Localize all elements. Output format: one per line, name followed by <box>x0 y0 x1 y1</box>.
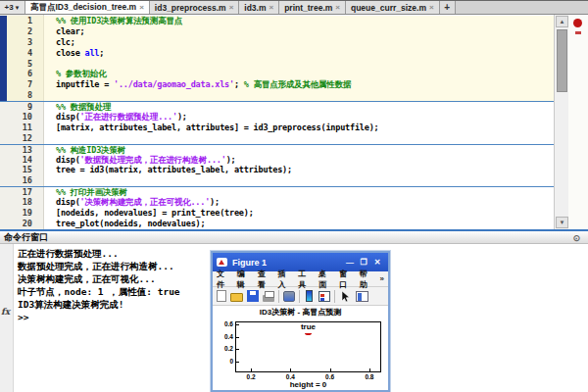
code-segment: tree = id3(matrix, attributes_label, att… <box>56 165 292 174</box>
code-segment: ; <box>234 79 244 89</box>
figure-toolbar <box>213 287 388 306</box>
tab-close-icon[interactable]: × <box>139 3 144 12</box>
line-number: 4 <box>0 48 44 59</box>
y-tick-label: 0.6 <box>213 320 233 327</box>
menu-item-2[interactable]: 编辑 <box>237 269 253 290</box>
editor-line: 2clear; <box>0 26 554 37</box>
close-button[interactable]: ✕ <box>370 258 384 267</box>
colorbar-icon[interactable] <box>306 290 313 302</box>
menu-item-1[interactable]: 文件 <box>217 269 232 290</box>
editor-tab[interactable]: id3_preprocess.m× <box>150 1 239 14</box>
code-segment: disp( <box>56 112 80 122</box>
editor-tab[interactable]: print_tree.m× <box>279 1 346 14</box>
tab-close-icon[interactable]: × <box>335 3 340 12</box>
command-window-title: 命令行窗口 <box>0 231 48 244</box>
fx-icon: fx <box>1 307 10 317</box>
scroll-up-icon[interactable]: ▲ <box>556 16 568 27</box>
new-script-icon[interactable] <box>217 290 226 302</box>
console-line: 数据预处理完成，正在进行构造树... <box>18 260 180 272</box>
figure-app-icon <box>217 258 227 267</box>
editor-tab[interactable]: 高冒点ID3_decision_tree.m× <box>25 1 150 14</box>
editor-tab[interactable]: queue_curr_size.m× <box>346 1 440 14</box>
editor-line: 5 <box>0 59 554 70</box>
menu-item-3[interactable]: 查看 <box>258 269 273 290</box>
command-prompt[interactable]: >> <box>18 311 180 323</box>
x-tick-mark <box>251 368 252 371</box>
menu-item-6[interactable]: 桌面 <box>318 269 334 290</box>
code-segment: close <box>56 48 85 58</box>
chevron-down-icon: ▼ <box>15 5 21 11</box>
console-line: 叶子节点，node: 1 ，属性值: true <box>18 285 180 298</box>
x-axis-label: height = 0 <box>235 380 381 389</box>
new-tab-button[interactable]: + <box>440 1 456 14</box>
command-window-output: 正在进行数据预处理...数据预处理完成，正在进行构造树...决策树构建完成，正在… <box>18 247 180 323</box>
scrollbar-thumb[interactable] <box>557 29 567 92</box>
pan-icon[interactable] <box>283 291 295 302</box>
tab-close-icon[interactable]: × <box>229 3 234 12</box>
code-segment: all <box>85 48 100 58</box>
edit-plot-icon[interactable] <box>339 290 352 303</box>
tab-overflow-button[interactable]: +3 ▼ <box>0 1 25 14</box>
line-number: 9 <box>0 102 44 112</box>
code-segment: '数据预处理完成，正在进行构造树...' <box>80 155 226 165</box>
console-line: 决策树构建完成，正在可视化... <box>18 272 180 285</box>
editor-line: 18disp('决策树构建完成，正在可视化...'); <box>0 197 554 208</box>
print-icon[interactable] <box>263 295 274 302</box>
line-number: 20 <box>0 219 44 229</box>
save-icon[interactable] <box>247 290 259 302</box>
analyzer-error-icon[interactable] <box>573 19 582 27</box>
tab-close-icon[interactable]: × <box>270 3 274 12</box>
code-text: %% 使用ID3决策树算法预测高冒点 <box>44 16 182 26</box>
code-segment: '../data/gaomao_data.xls' <box>114 79 234 89</box>
maximize-button[interactable]: ❐ <box>357 258 370 267</box>
minimize-button[interactable]: — <box>343 258 357 267</box>
editor-line: 13%% 构造ID3决策树 <box>0 144 554 155</box>
code-text: clc; <box>44 37 75 48</box>
menu-item-7[interactable]: 窗口 <box>339 269 355 290</box>
code-text: disp('数据预处理完成，正在进行构造树...'); <box>44 155 236 166</box>
code-segment: [matrix, attributes_label, attributes] =… <box>56 122 378 132</box>
code-editor[interactable]: 1%% 使用ID3决策树算法预测高冒点2clear;3clc;4close al… <box>0 15 588 229</box>
x-tick-label: 0.8 <box>358 373 381 380</box>
menu-item-4[interactable]: 插入 <box>277 269 293 290</box>
editor-line: 1%% 使用ID3决策树算法预测高冒点 <box>0 16 554 26</box>
code-text: [matrix, attributes_label, attributes] =… <box>44 122 378 133</box>
editor-tab[interactable]: id3.m× <box>239 1 279 14</box>
open-file-icon[interactable] <box>230 293 243 302</box>
code-segment: % 参数初始化 <box>56 69 106 78</box>
menu-item-5[interactable]: 工具 <box>298 269 314 290</box>
code-segment: '正在进行数据预处理...' <box>80 112 177 122</box>
code-text: disp('正在进行数据预处理...'); <box>44 112 187 122</box>
figure-plot-area[interactable]: ID3决策树 - 高冒点预测 height = 0 0.60.40.200.20… <box>213 306 388 390</box>
analyzer-error-marker[interactable] <box>575 31 581 34</box>
line-number: 5 <box>0 59 44 70</box>
editor-line: 11[matrix, attributes_label, attributes]… <box>0 122 554 133</box>
scroll-down-icon[interactable]: ▼ <box>556 217 568 228</box>
command-window-margin: fx <box>0 244 14 392</box>
tab-label: print_tree.m <box>284 3 332 13</box>
code-segment: disp( <box>56 197 80 207</box>
tab-label: id3.m <box>244 3 266 13</box>
legend-icon[interactable] <box>318 291 330 302</box>
editor-line: 15tree = id3(matrix, attributes_label, a… <box>0 165 554 175</box>
code-segment: [nodeids, nodevalues] = print_tree(tree)… <box>56 208 254 218</box>
y-tick-label: 0 <box>213 358 233 365</box>
line-number: 14 <box>0 155 44 166</box>
tab-close-icon[interactable]: × <box>429 3 434 12</box>
editor-vertical-scrollbar[interactable]: ▲ ▼ <box>554 15 568 229</box>
code-text <box>44 175 56 186</box>
y-tick-label: 0.4 <box>213 333 233 340</box>
code-segment: disp( <box>56 155 80 165</box>
figure-window: Figure 1 — ❐ ✕ 文件编辑查看插入工具桌面窗口帮助» ID3决策树 … <box>211 251 390 392</box>
editor-line: 16 <box>0 175 554 186</box>
plot-tools-icon[interactable] <box>356 291 368 302</box>
menu-item-8[interactable]: 帮助 <box>360 269 375 290</box>
menu-overflow-icon[interactable]: » <box>380 274 384 283</box>
plot-title: ID3决策树 - 高冒点预测 <box>213 307 388 318</box>
code-segment: inputfile = <box>56 79 114 89</box>
toolbar-separator <box>278 290 279 303</box>
panel-menu-icon[interactable]: ⊙ <box>572 233 580 243</box>
tab-label: 高冒点ID3_decision_tree.m <box>30 2 136 14</box>
code-segment: clear; <box>56 26 85 36</box>
code-text <box>44 90 56 101</box>
